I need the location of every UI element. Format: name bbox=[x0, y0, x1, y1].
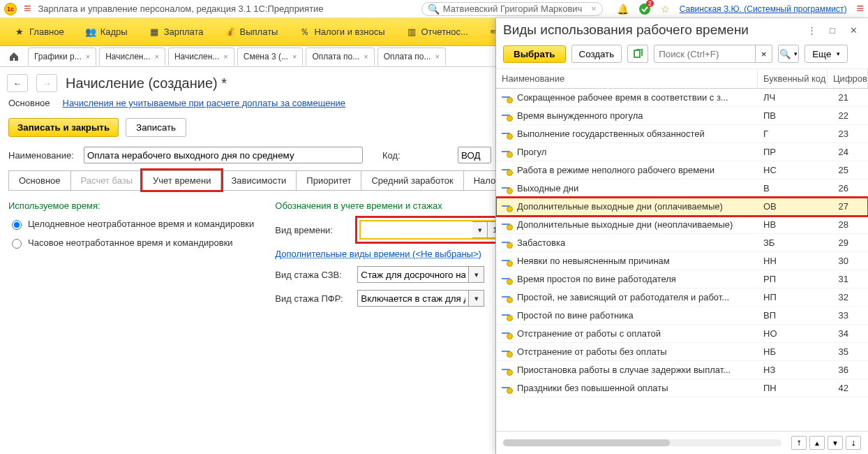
name-input[interactable] bbox=[84, 147, 363, 163]
table-row[interactable]: Неявки по невыясненным причинамНН30 bbox=[496, 252, 868, 270]
nav-icon: 👥 bbox=[85, 27, 96, 38]
table-row[interactable]: Праздники без повышенной оплатыПН42 bbox=[496, 379, 868, 397]
nav-back-button[interactable]: ← bbox=[7, 74, 28, 92]
row-icon bbox=[502, 366, 511, 374]
save-button[interactable]: Записать bbox=[126, 118, 186, 137]
more-button[interactable]: Еще▾ bbox=[805, 45, 848, 63]
vid-dropdown-icon[interactable]: ▾ bbox=[472, 221, 488, 238]
table-row[interactable]: Отстранение от работы с оплатойНО34 bbox=[496, 325, 868, 343]
doc-tab-4[interactable]: Оплата по...× bbox=[306, 47, 374, 66]
popup-search-input[interactable] bbox=[654, 45, 756, 63]
col-name[interactable]: Наименование bbox=[496, 69, 758, 88]
table-row[interactable]: Отстранение от работы без оплатыНБ35 bbox=[496, 343, 868, 361]
radio-hourly[interactable]: Часовое неотработанное время и командиро… bbox=[8, 237, 254, 249]
nav-icon: 💰 bbox=[225, 27, 236, 38]
table-row[interactable]: Работа в режиме неполного рабочего време… bbox=[496, 161, 868, 180]
row-icon bbox=[502, 384, 511, 393]
menu-collapse-icon[interactable]: ≡ bbox=[856, 1, 864, 16]
doc-tab-0[interactable]: Графики р...× bbox=[28, 47, 96, 66]
szv-select[interactable] bbox=[357, 266, 469, 283]
nav-link-extra[interactable]: Начисления не учитываемые при расчете до… bbox=[63, 98, 346, 108]
nav-item-3[interactable]: 💰Выплаты bbox=[215, 18, 288, 45]
close-icon[interactable]: × bbox=[155, 52, 159, 61]
close-icon[interactable]: × bbox=[364, 52, 368, 61]
szv-dropdown-icon[interactable]: ▾ bbox=[469, 266, 484, 283]
popup-more-icon[interactable]: ⋮ bbox=[804, 22, 819, 38]
inner-tab-0[interactable]: Основное bbox=[8, 170, 71, 190]
global-search[interactable]: 🔍 Матвиевский Григорий Маркович × bbox=[421, 2, 603, 16]
radio-fullday[interactable]: Целодневное неотработанное время и коман… bbox=[8, 218, 254, 230]
popup-maximize-icon[interactable]: □ bbox=[825, 22, 840, 38]
save-close-button[interactable]: Записать и закрыть bbox=[8, 118, 119, 137]
table-row[interactable]: Время вынужденного прогулаПВ22 bbox=[496, 107, 868, 125]
inner-tab-3[interactable]: Зависимости bbox=[220, 170, 297, 190]
create-button[interactable]: Создать bbox=[571, 45, 622, 63]
inner-tab-5[interactable]: Средний заработок bbox=[361, 170, 463, 190]
table-row[interactable]: Дополнительные выходные дни (оплачиваемы… bbox=[496, 198, 868, 216]
inner-tab-1[interactable]: Расчет базы bbox=[70, 170, 144, 190]
nav-icon: ★ bbox=[14, 27, 25, 38]
table-row[interactable]: Выходные дниВ26 bbox=[496, 180, 868, 198]
scroll-bottom-icon[interactable]: ⤓ bbox=[846, 436, 861, 450]
nav-item-4[interactable]: ％Налоги и взносы bbox=[289, 18, 394, 45]
nav-item-5[interactable]: ▥Отчетнос... bbox=[396, 18, 478, 45]
popup-table-body: Сокращенное рабочее время в соответствии… bbox=[496, 89, 868, 431]
nav-link-main[interactable]: Основное bbox=[8, 98, 50, 108]
scroll-up-icon[interactable]: ▲ bbox=[809, 436, 825, 450]
close-icon[interactable]: × bbox=[435, 52, 439, 61]
table-row[interactable]: Выполнение государственных обязанностейГ… bbox=[496, 125, 868, 143]
radio-fullday-input[interactable] bbox=[12, 220, 22, 230]
star-icon[interactable]: ☆ bbox=[661, 3, 670, 15]
nav-item-1[interactable]: 👥Кадры bbox=[75, 18, 137, 45]
row-icon bbox=[502, 293, 511, 302]
code-input[interactable] bbox=[458, 147, 491, 163]
table-row[interactable]: ПрогулПР24 bbox=[496, 143, 868, 161]
nav-item-0[interactable]: ★Главное bbox=[4, 18, 74, 45]
nav-forward-button[interactable]: → bbox=[36, 74, 57, 92]
menu-icon[interactable]: ≡ bbox=[24, 1, 31, 16]
bell-icon[interactable]: 🔔 bbox=[617, 3, 629, 15]
row-icon bbox=[502, 330, 511, 338]
nav-item-2[interactable]: ▦Зарплата bbox=[139, 18, 214, 45]
copy-button[interactable] bbox=[627, 45, 648, 63]
search-icon: 🔍 bbox=[428, 3, 440, 15]
popup-search-clear[interactable]: × bbox=[756, 45, 772, 63]
row-icon bbox=[502, 94, 511, 102]
doc-tab-2[interactable]: Начислен...× bbox=[168, 47, 234, 66]
select-button[interactable]: Выбрать bbox=[503, 45, 566, 63]
close-icon[interactable]: × bbox=[292, 52, 297, 61]
pfr-select[interactable] bbox=[357, 290, 469, 307]
doc-tab-3[interactable]: Смена 3 (...× bbox=[237, 47, 304, 66]
table-row[interactable]: ЗабастовкаЗБ29 bbox=[496, 234, 868, 252]
radio-hourly-input[interactable] bbox=[12, 239, 22, 249]
current-user-link[interactable]: Савинская З.Ю. (Системный программист) bbox=[680, 4, 847, 14]
col-num[interactable]: Цифров bbox=[828, 69, 868, 88]
col-code[interactable]: Буквенный код bbox=[758, 69, 828, 88]
popup-close-icon[interactable]: ✕ bbox=[846, 22, 861, 38]
doc-tab-1[interactable]: Начислен...× bbox=[99, 47, 165, 66]
clear-search-icon[interactable]: × bbox=[591, 3, 597, 14]
table-row[interactable]: Время простоя по вине работодателяРП31 bbox=[496, 270, 868, 288]
table-row[interactable]: Простой по вине работникаВП33 bbox=[496, 307, 868, 325]
inner-tab-2[interactable]: Учет времени bbox=[142, 170, 221, 190]
scroll-down-icon[interactable]: ▼ bbox=[828, 436, 843, 450]
close-icon[interactable]: × bbox=[223, 52, 227, 61]
row-icon bbox=[502, 257, 511, 265]
inner-tab-4[interactable]: Приоритет bbox=[296, 170, 361, 190]
additional-types-link[interactable]: Дополнительные виды времени (<Не выбраны… bbox=[275, 249, 481, 259]
pfr-dropdown-icon[interactable]: ▾ bbox=[469, 290, 484, 307]
notifications-icon[interactable]: 2 bbox=[638, 3, 651, 15]
h-scroll[interactable] bbox=[503, 439, 781, 446]
row-icon bbox=[502, 348, 511, 356]
table-row[interactable]: Простой, не зависящий от работодателя и … bbox=[496, 288, 868, 307]
scroll-top-icon[interactable]: ⤒ bbox=[791, 436, 807, 450]
table-row[interactable]: Сокращенное рабочее время в соответствии… bbox=[496, 89, 868, 107]
table-row[interactable]: Приостановка работы в случае задержки вы… bbox=[496, 361, 868, 379]
home-tab-icon[interactable] bbox=[3, 51, 25, 62]
find-button[interactable]: 🔍▾ bbox=[778, 45, 799, 63]
close-icon[interactable]: × bbox=[86, 52, 90, 61]
vid-input[interactable] bbox=[361, 221, 472, 238]
page-title: Начисление (создание) * bbox=[66, 75, 227, 91]
table-row[interactable]: Дополнительные выходные дни (неоплачивае… bbox=[496, 216, 868, 234]
doc-tab-5[interactable]: Оплата по...× bbox=[377, 47, 446, 66]
